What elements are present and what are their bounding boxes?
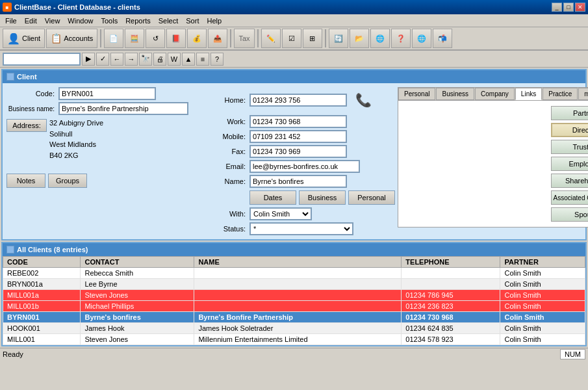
- toolbar-btn-6[interactable]: 📕: [166, 29, 186, 48]
- fax-input[interactable]: [249, 145, 347, 158]
- dates-button[interactable]: Dates: [249, 190, 296, 205]
- menu-select[interactable]: Select: [155, 16, 183, 26]
- work-row: Work:: [198, 115, 395, 128]
- menu-edit[interactable]: Edit: [21, 16, 41, 26]
- check-btn[interactable]: ✓: [96, 53, 109, 66]
- email-input[interactable]: [249, 160, 360, 173]
- menu-view[interactable]: View: [41, 16, 64, 26]
- table-row[interactable]: HOOK001 James Hook James Hook Soletrader…: [3, 323, 585, 334]
- toolbar-btn-10[interactable]: ✏️: [261, 29, 281, 48]
- table-row[interactable]: BRYN001a Lee Byrne Colin Smith: [3, 279, 585, 290]
- business-name-input[interactable]: [58, 102, 188, 115]
- groups-button[interactable]: Groups: [48, 174, 87, 188]
- partners-button[interactable]: Partners: [551, 106, 588, 120]
- minimize-button[interactable]: _: [552, 3, 562, 12]
- toolbar-btn-16[interactable]: ❓: [391, 29, 411, 48]
- table-row[interactable]: MILL001a Steven Jones 01234 786 945 Coli…: [3, 290, 585, 301]
- spouse-button[interactable]: Spouse: [551, 207, 588, 222]
- toolbar-btn-14[interactable]: 📂: [350, 29, 369, 48]
- close-button[interactable]: ✕: [575, 3, 585, 12]
- tab-company[interactable]: Company: [475, 88, 515, 100]
- refresh-icon: ↺: [153, 34, 159, 43]
- title-bar: ■ ClientBase - Client Database - clients…: [0, 0, 588, 14]
- notes-button[interactable]: Notes: [6, 174, 45, 188]
- back-btn[interactable]: ←: [110, 53, 123, 66]
- business-name-row: Business name:: [6, 102, 188, 115]
- home-input[interactable]: [249, 94, 347, 107]
- work-input[interactable]: [249, 115, 347, 128]
- forward-btn[interactable]: →: [125, 53, 138, 66]
- accounts-button[interactable]: 📋 Accounts: [46, 29, 97, 48]
- name-input[interactable]: [249, 175, 347, 188]
- tab-business[interactable]: Business: [436, 88, 474, 100]
- cell-telephone: 01234 786 945: [402, 290, 500, 301]
- home-label: Home:: [198, 96, 249, 104]
- toolbar-btn-7[interactable]: 💰: [187, 29, 207, 48]
- col-name[interactable]: NAME: [194, 257, 402, 268]
- assoc-companies-button[interactable]: Associated Companies: [551, 190, 588, 205]
- trustees-button[interactable]: Trustees: [551, 140, 588, 154]
- directors-button[interactable]: Directors: [551, 123, 588, 137]
- toolbar-btn-9[interactable]: Tax: [234, 29, 254, 48]
- list-check[interactable]: [6, 246, 14, 254]
- help-icon: ❓: [396, 34, 405, 43]
- bottom-buttons: Notes Groups: [6, 174, 188, 188]
- menu-sort[interactable]: Sort: [182, 16, 203, 26]
- toolbar-btn-8[interactable]: 📤: [208, 29, 227, 48]
- shareholders-button[interactable]: Shareholders: [551, 174, 588, 188]
- toolbar-btn-11[interactable]: ☑: [282, 29, 301, 48]
- toolbar-btn-18[interactable]: 📬: [433, 29, 452, 48]
- toolbar-btn-12[interactable]: ⊞: [303, 29, 322, 48]
- binoculars-btn[interactable]: 🔭: [139, 53, 152, 66]
- with-select[interactable]: Colin Smith: [249, 207, 312, 220]
- address-button[interactable]: Address:: [6, 119, 47, 132]
- menu-help[interactable]: Help: [203, 16, 225, 26]
- col-code[interactable]: CODE: [3, 257, 81, 268]
- toolbar-btn-4[interactable]: 🧮: [125, 29, 144, 48]
- status-select[interactable]: *: [249, 222, 353, 235]
- cell-contact: Byrne's bonfires: [81, 312, 194, 323]
- maximize-button[interactable]: □: [563, 3, 574, 12]
- cell-name: [194, 268, 402, 279]
- client-check[interactable]: [6, 73, 14, 81]
- col-contact[interactable]: CONTACT: [81, 257, 194, 268]
- mobile-input[interactable]: [249, 130, 347, 143]
- table-row[interactable]: MILL001b Michael Phillips 01234 236 823 …: [3, 301, 585, 312]
- print-btn[interactable]: 🖨: [153, 53, 166, 66]
- email-label: Email:: [198, 162, 249, 170]
- search-input[interactable]: [3, 53, 81, 66]
- code-input[interactable]: [58, 87, 156, 100]
- search-go-btn[interactable]: ▶: [82, 53, 95, 66]
- table-row[interactable]: BYRN001 Byrne's bonfires Byrne's Bonfire…: [3, 312, 585, 323]
- business-button[interactable]: Business: [299, 190, 346, 205]
- toolbar-btn-15[interactable]: 🌐: [370, 29, 390, 48]
- toolbar-btn-3[interactable]: 📄: [104, 29, 123, 48]
- tab-practice[interactable]: Practice: [543, 88, 578, 100]
- table-row[interactable]: REBE002 Rebecca Smith Colin Smith: [3, 268, 585, 279]
- menu-window[interactable]: Window: [64, 16, 97, 26]
- word-btn[interactable]: W: [168, 53, 181, 66]
- menu-reports[interactable]: Reports: [121, 16, 155, 26]
- table-row[interactable]: MILL001 Steven Jones Millennium Entertai…: [3, 334, 585, 345]
- col-telephone[interactable]: TELEPHONE: [402, 257, 500, 268]
- toolbar-btn-17[interactable]: 🌐: [412, 29, 431, 48]
- employees-button[interactable]: Employees: [551, 157, 588, 171]
- personal-button[interactable]: Personal: [348, 190, 395, 205]
- name-label: Name:: [198, 177, 249, 185]
- list-tb-btn[interactable]: ≡: [196, 53, 209, 66]
- send-icon: 📬: [438, 34, 447, 43]
- tab-links[interactable]: Links: [515, 88, 542, 100]
- form-right: Personal Business Company Links Practice…: [398, 87, 588, 235]
- cell-code: MILL001b: [3, 301, 81, 312]
- menu-file[interactable]: File: [1, 16, 21, 26]
- menu-tools[interactable]: Tools: [97, 16, 121, 26]
- question-tb-btn[interactable]: ?: [211, 53, 224, 66]
- tab-personal[interactable]: Personal: [398, 88, 435, 100]
- tabs-header: Personal Business Company Links Practice…: [398, 88, 588, 101]
- toolbar-btn-5[interactable]: ↺: [146, 29, 165, 48]
- client-button[interactable]: 👤 Client: [3, 29, 45, 48]
- up-btn[interactable]: ▲: [182, 53, 195, 66]
- col-partner[interactable]: PARTNER: [500, 257, 585, 268]
- toolbar-btn-13[interactable]: 🔄: [329, 29, 348, 48]
- tab-management[interactable]: management: [578, 88, 588, 100]
